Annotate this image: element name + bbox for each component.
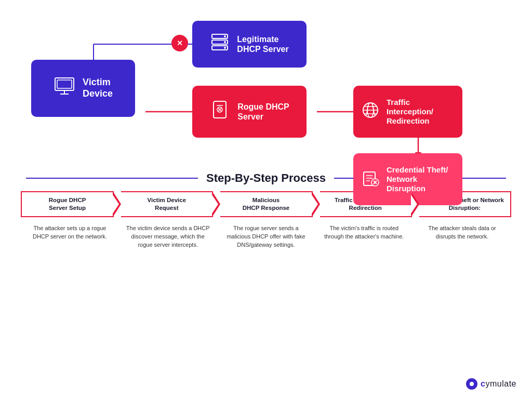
cymulate-logo-text: cymulate: [481, 379, 516, 389]
steps-title: Step-By-Step Process: [206, 171, 326, 185]
monitor-icon: [54, 75, 75, 102]
step-arrow-2: [213, 191, 220, 217]
step-5-desc: The attacker steals data or disrupts the…: [413, 222, 511, 251]
step-3-desc: The rogue server sends a malicious DHCP …: [217, 222, 315, 251]
legit-server-box: Legitimate DHCP Server: [192, 21, 307, 68]
step-3-header: MaliciousDHCP Response: [220, 191, 312, 217]
rogue-server-label: Rogue DHCP Server: [237, 102, 289, 122]
step-descriptions-row: The attacker sets up a rogue DHCP server…: [21, 222, 511, 251]
cymulate-logo: cymulate: [466, 378, 516, 390]
traffic-interception-label: Traffic Interception/ Redirection: [387, 98, 455, 126]
rogue-server-box: Rogue DHCP Server: [192, 86, 307, 138]
step-2-desc: The victim device sends a DHCP discover …: [119, 222, 217, 251]
svg-point-16: [224, 41, 226, 43]
credential-icon: [361, 168, 380, 191]
traffic-interception-box: Traffic Interception/ Redirection: [353, 86, 462, 138]
rogue-server-icon: [209, 99, 230, 124]
svg-point-14: [224, 35, 226, 37]
step-1-title: Rogue DHCPServer Setup: [49, 196, 86, 212]
step-arrow-3: [313, 191, 320, 217]
victim-device-box: Victim Device: [31, 60, 135, 117]
step-arrow-4: [412, 191, 419, 217]
blocked-indicator: [171, 35, 188, 51]
step-4-desc: The victim's traffic is routed through t…: [315, 222, 413, 251]
diagram-section: Victim Device Legitimate DHCP Server: [16, 10, 516, 171]
step-1-desc: The attacker sets up a rogue DHCP server…: [21, 222, 119, 251]
server-icon: [210, 32, 230, 56]
step-2-header: Victim DeviceRequest: [121, 191, 213, 217]
svg-rect-12: [57, 80, 72, 88]
step-1-header: Rogue DHCPServer Setup: [21, 191, 114, 217]
step-2-title: Victim DeviceRequest: [148, 196, 187, 212]
victim-device-label: Victim Device: [83, 77, 113, 99]
steps-section: Rogue DHCPServer Setup Victim DeviceRequ…: [21, 191, 511, 389]
cymulate-logo-icon: [466, 378, 477, 390]
credential-theft-label: Credential Theft/ Network Disruption: [387, 165, 455, 193]
step-arrow-1: [114, 191, 121, 217]
legit-server-label: Legitimate DHCP Server: [237, 34, 288, 54]
step-3-title: MaliciousDHCP Response: [243, 196, 290, 212]
svg-point-18: [224, 47, 226, 49]
divider-left: [26, 178, 198, 179]
globe-icon: [361, 100, 380, 124]
credential-theft-box: Credential Theft/ Network Disruption: [353, 153, 462, 205]
main-container: Victim Device Legitimate DHCP Server: [0, 0, 532, 399]
